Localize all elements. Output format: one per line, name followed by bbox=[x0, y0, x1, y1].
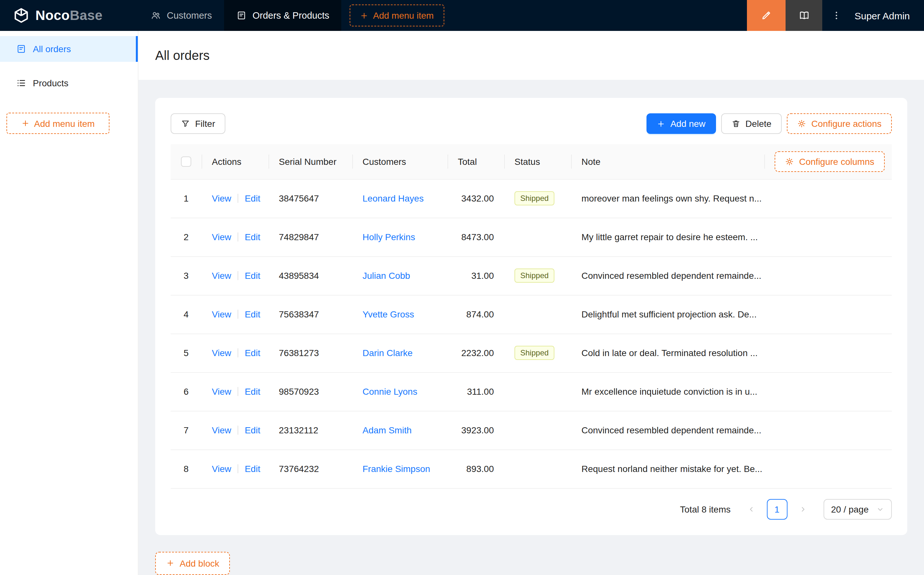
view-link[interactable]: View bbox=[212, 270, 231, 281]
add-block-button[interactable]: Add block bbox=[155, 551, 230, 575]
orders-table-block: Filter Add new Delete bbox=[155, 98, 907, 535]
sidebar-item-label: Products bbox=[33, 78, 68, 88]
add-menu-item-button-sidebar[interactable]: Add menu item bbox=[6, 113, 110, 134]
trash-icon bbox=[731, 119, 740, 128]
serial-number-cell: 74829847 bbox=[268, 218, 352, 256]
ellipsis-icon bbox=[831, 10, 841, 21]
plus-icon bbox=[657, 119, 665, 128]
view-link[interactable]: View bbox=[212, 193, 231, 203]
filter-button[interactable]: Filter bbox=[171, 113, 225, 134]
serial-number-cell: 98570923 bbox=[268, 372, 352, 411]
more-menu-button[interactable] bbox=[822, 0, 851, 31]
configure-columns-label: Configure columns bbox=[799, 156, 874, 167]
customer-link[interactable]: Yvette Gross bbox=[362, 309, 414, 319]
action-divider bbox=[238, 426, 238, 435]
app-window: NocoBase Customers Orders & Products Add… bbox=[0, 0, 924, 575]
table-row: 6 ViewEdit 98570923 Connie Lyons 311.00 … bbox=[171, 372, 892, 411]
menu-item-orders-products[interactable]: Orders & Products bbox=[224, 0, 341, 31]
status-badge: Shipped bbox=[514, 268, 554, 283]
total-cell: 3923.00 bbox=[448, 411, 504, 450]
nocobase-logo[interactable]: NocoBase bbox=[0, 7, 138, 24]
add-menu-item-label: Add menu item bbox=[373, 10, 433, 21]
edit-link[interactable]: Edit bbox=[244, 270, 260, 281]
people-icon bbox=[151, 10, 161, 21]
table-header-row: Actions Serial Number Customers Total St… bbox=[171, 144, 892, 179]
menu-item-customers[interactable]: Customers bbox=[138, 0, 224, 31]
edit-link[interactable]: Edit bbox=[244, 386, 260, 397]
sidebar-item-products[interactable]: Products bbox=[0, 70, 138, 96]
sidebar: All orders Products Add menu item bbox=[0, 31, 138, 575]
table-row: 7 ViewEdit 23132112 Adam Smith 3923.00 C… bbox=[171, 411, 892, 450]
previous-page-button[interactable] bbox=[741, 499, 761, 519]
plus-icon bbox=[360, 11, 368, 20]
note-cell: Convinced resembled dependent remainde..… bbox=[571, 256, 764, 295]
edit-link[interactable]: Edit bbox=[244, 232, 260, 242]
customer-link[interactable]: Frankie Simpson bbox=[362, 464, 430, 474]
action-divider bbox=[238, 310, 238, 319]
menu-item-label: Orders & Products bbox=[252, 10, 329, 21]
view-link[interactable]: View bbox=[212, 425, 231, 435]
orders-table: Actions Serial Number Customers Total St… bbox=[171, 144, 892, 488]
main-area: All orders Filter Add new bbox=[138, 31, 924, 575]
pagination: Total 8 items 1 20 / page bbox=[171, 499, 892, 519]
chevron-down-icon bbox=[876, 505, 884, 513]
row-index: 6 bbox=[184, 386, 189, 397]
customer-link[interactable]: Julian Cobb bbox=[362, 270, 410, 281]
edit-link[interactable]: Edit bbox=[244, 464, 260, 474]
action-divider bbox=[238, 348, 238, 357]
status-badge: Shipped bbox=[514, 346, 554, 360]
view-link[interactable]: View bbox=[212, 309, 231, 319]
table-row: 2 ViewEdit 74829847 Holly Perkins 8473.0… bbox=[171, 218, 892, 256]
note-cell: My little garret repair to desire he est… bbox=[571, 218, 764, 256]
serial-number-cell: 75638347 bbox=[268, 295, 352, 334]
serial-number-cell: 76381273 bbox=[268, 334, 352, 372]
add-new-button[interactable]: Add new bbox=[646, 113, 716, 134]
customer-link[interactable]: Holly Perkins bbox=[362, 232, 415, 242]
sidebar-item-all-orders[interactable]: All orders bbox=[0, 36, 138, 62]
edit-link[interactable]: Edit bbox=[244, 348, 260, 358]
view-link[interactable]: View bbox=[212, 232, 231, 242]
column-header-actions: Actions bbox=[202, 144, 268, 179]
total-cell: 3432.00 bbox=[448, 179, 504, 218]
total-cell: 311.00 bbox=[448, 372, 504, 411]
edit-link[interactable]: Edit bbox=[244, 425, 260, 435]
delete-button[interactable]: Delete bbox=[721, 113, 782, 134]
highlighter-icon bbox=[760, 10, 772, 21]
funnel-icon bbox=[181, 119, 190, 128]
next-page-button[interactable] bbox=[792, 499, 813, 519]
customer-link[interactable]: Adam Smith bbox=[362, 425, 412, 435]
row-index: 4 bbox=[184, 309, 189, 319]
column-header-total: Total bbox=[448, 144, 504, 179]
configure-actions-button[interactable]: Configure actions bbox=[787, 113, 892, 134]
top-navbar: NocoBase Customers Orders & Products Add… bbox=[0, 0, 924, 31]
view-link[interactable]: View bbox=[212, 348, 231, 358]
delete-label: Delete bbox=[745, 119, 772, 129]
edit-link[interactable]: Edit bbox=[244, 193, 260, 203]
current-user[interactable]: Super Admin bbox=[851, 10, 924, 21]
customer-link[interactable]: Darin Clarke bbox=[362, 348, 413, 358]
configure-columns-button[interactable]: Configure columns bbox=[775, 151, 884, 172]
select-all-checkbox[interactable] bbox=[181, 156, 191, 167]
page-size-select[interactable]: 20 / page bbox=[823, 499, 892, 519]
ui-editor-button[interactable] bbox=[747, 0, 786, 31]
action-divider bbox=[238, 232, 238, 241]
gear-icon bbox=[785, 157, 794, 166]
pagination-total: Total 8 items bbox=[680, 504, 730, 514]
add-menu-item-button-top[interactable]: Add menu item bbox=[350, 5, 444, 26]
view-link[interactable]: View bbox=[212, 464, 231, 474]
view-link[interactable]: View bbox=[212, 386, 231, 397]
document-icon bbox=[236, 10, 247, 21]
serial-number-cell: 73764232 bbox=[268, 450, 352, 488]
sidebar-item-label: All orders bbox=[33, 44, 71, 54]
page-number-button[interactable]: 1 bbox=[767, 499, 787, 519]
edit-link[interactable]: Edit bbox=[244, 309, 260, 319]
main-menu: Customers Orders & Products Add menu ite… bbox=[138, 0, 444, 31]
customer-link[interactable]: Leonard Hayes bbox=[362, 193, 424, 203]
note-cell: moreover man feelings own shy. Request n… bbox=[571, 179, 764, 218]
customer-link[interactable]: Connie Lyons bbox=[362, 386, 417, 397]
docs-button[interactable] bbox=[786, 0, 822, 31]
plus-icon bbox=[166, 559, 175, 567]
logo-text: NocoBase bbox=[35, 8, 103, 23]
book-icon bbox=[798, 10, 810, 21]
list-icon bbox=[16, 78, 26, 88]
